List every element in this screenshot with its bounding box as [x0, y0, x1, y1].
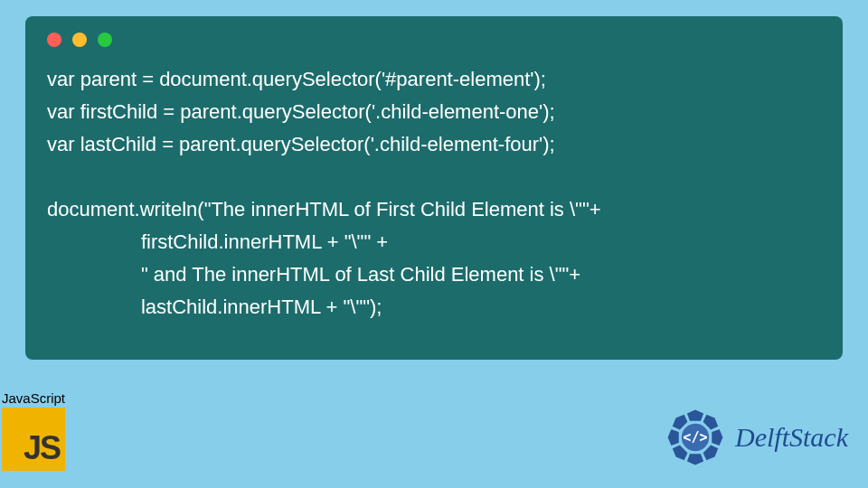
- window-controls: [47, 33, 821, 47]
- svg-marker-6: [668, 429, 679, 446]
- close-dot-icon: [47, 33, 61, 47]
- svg-marker-0: [687, 410, 703, 421]
- code-line: lastChild.innerHTML + "\"");: [47, 296, 382, 318]
- code-line: " and The innerHTML of Last Child Elemen…: [47, 263, 580, 286]
- svg-marker-2: [712, 429, 722, 446]
- svg-marker-4: [687, 454, 703, 465]
- code-line: var firstChild = parent.querySelector('.…: [47, 100, 555, 123]
- code-window: var parent = document.querySelector('#pa…: [25, 16, 843, 360]
- code-line: document.writeln("The innerHTML of First…: [47, 198, 601, 221]
- code-line: var lastChild = parent.querySelector('.c…: [47, 133, 555, 155]
- code-line: var parent = document.querySelector('#pa…: [47, 68, 546, 90]
- delftstack-logo-icon: </>: [661, 403, 730, 472]
- maximize-dot-icon: [98, 33, 112, 47]
- svg-text:</>: </>: [683, 429, 707, 446]
- javascript-label: JavaScript: [2, 390, 83, 406]
- minimize-dot-icon: [72, 33, 87, 47]
- code-block: var parent = document.querySelector('#pa…: [47, 63, 821, 324]
- javascript-logo-text: JS: [24, 429, 60, 467]
- code-line: firstChild.innerHTML + "\"" +: [47, 230, 388, 253]
- brand-name: DelftStack: [735, 422, 848, 453]
- brand-footer: </> DelftStack: [661, 403, 848, 472]
- javascript-badge: JavaScript JS: [2, 390, 83, 471]
- javascript-logo-icon: JS: [2, 408, 65, 471]
